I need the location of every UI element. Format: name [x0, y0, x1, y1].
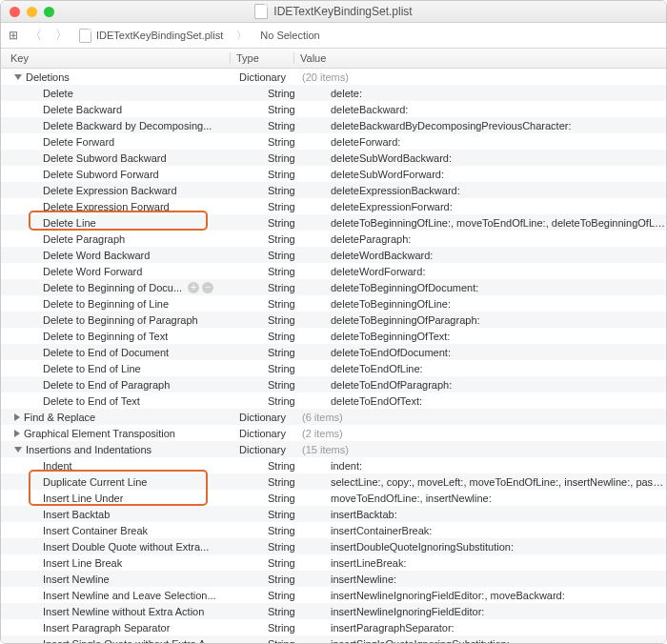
row-value: insertLineBreak: [325, 557, 666, 569]
item-row[interactable]: Delete ForwardStringdeleteForward: [1, 133, 666, 150]
item-row[interactable]: Duplicate Current LineStringselectLine:,… [1, 473, 666, 490]
item-row[interactable]: Insert Paragraph SeparatorStringinsertPa… [1, 619, 666, 635]
item-row[interactable]: Delete Expression ForwardStringdeleteExp… [1, 198, 666, 214]
item-row[interactable]: Insert Line BreakStringinsertLineBreak: [1, 554, 666, 571]
row-type: String [262, 120, 325, 131]
item-row[interactable]: Delete BackwardStringdeleteBackward: [1, 101, 666, 117]
item-row[interactable]: Insert Line UnderStringmoveToEndOfLine:,… [1, 490, 666, 506]
row-type: String [262, 185, 325, 196]
item-row[interactable]: Delete Backward by Decomposing...Stringd… [1, 117, 666, 133]
remove-icon[interactable]: − [202, 282, 213, 293]
row-value: deleteToEndOfDocument: [325, 347, 666, 358]
item-row[interactable]: Delete to Beginning of LineStringdeleteT… [1, 295, 666, 312]
file-icon [254, 4, 268, 19]
item-row[interactable]: Delete to Beginning of Docu...+−Stringde… [1, 279, 666, 295]
item-row[interactable]: Insert Newline without Extra ActionStrin… [1, 603, 666, 619]
item-row[interactable]: Delete to End of ParagraphStringdeleteTo… [1, 376, 666, 392]
nav-back[interactable]: 〈 [28, 27, 44, 44]
item-row[interactable]: Delete Subword ForwardStringdeleteSubWor… [1, 166, 666, 182]
breadcrumb-file[interactable]: IDETextKeyBindingSet.plist [79, 29, 223, 43]
row-key: Insert Line Under [43, 493, 123, 504]
row-key: Delete to Beginning of Docu... [43, 282, 182, 293]
row-value: insertNewline: [325, 574, 666, 585]
item-row[interactable]: Delete to Beginning of TextStringdeleteT… [1, 328, 666, 344]
row-key: Find & Replace [24, 412, 95, 423]
row-type: String [262, 152, 325, 164]
row-type: String [262, 557, 325, 569]
disclosure-open-icon[interactable] [14, 74, 22, 80]
row-type: String [262, 314, 325, 326]
window-title: IDETextKeyBindingSet.plist [1, 4, 666, 19]
item-row[interactable]: Delete Subword BackwardStringdeleteSubWo… [1, 150, 666, 166]
row-value: deleteToBeginningOfDocument: [325, 282, 666, 293]
chevron-right-icon: 〉 [236, 29, 247, 43]
row-type: Dictionary [233, 428, 296, 439]
item-row[interactable]: Insert BacktabStringinsertBacktab: [1, 506, 666, 522]
row-key: Delete Word Backward [43, 250, 150, 261]
item-row[interactable]: DeleteStringdelete: [1, 85, 666, 101]
item-row[interactable]: Delete to End of LineStringdeleteToEndOf… [1, 360, 666, 376]
item-row[interactable]: Insert Double Quote without Extra...Stri… [1, 538, 666, 554]
item-row[interactable]: Delete Word BackwardStringdeleteWordBack… [1, 247, 666, 263]
add-icon[interactable]: + [188, 282, 199, 293]
row-type: Dictionary [233, 71, 296, 83]
row-key: Delete Subword Forward [43, 169, 159, 180]
row-value: deleteExpressionForward: [325, 201, 666, 212]
row-value: (20 items) [296, 71, 666, 83]
row-type: String [262, 476, 325, 488]
row-value: deleteToBeginningOfText: [325, 331, 666, 342]
row-key: Delete Forward [43, 136, 114, 148]
row-value: deleteParagraph: [325, 233, 666, 245]
disclosure-closed-icon[interactable] [14, 413, 20, 421]
row-key: Delete Paragraph [43, 233, 125, 245]
header-value[interactable]: Value [294, 52, 666, 64]
row-type: Dictionary [233, 444, 296, 455]
row-key: Delete to Beginning of Paragraph [43, 314, 198, 326]
item-row[interactable]: Delete Expression BackwardStringdeleteEx… [1, 182, 666, 198]
item-row[interactable]: Delete to Beginning of ParagraphStringde… [1, 312, 666, 328]
group-row[interactable]: Insertions and IndentationsDictionary(15… [1, 441, 666, 457]
row-key: Delete to End of Line [43, 363, 141, 374]
group-row[interactable]: Graphical Element TranspositionDictionar… [1, 425, 666, 441]
outline-list[interactable]: DeletionsDictionary(20 items)DeleteStrin… [1, 69, 666, 643]
row-key: Insert Backtab [43, 509, 110, 520]
row-value: insertSingleQuoteIgnoringSubstitution: [325, 638, 666, 644]
disclosure-open-icon[interactable] [14, 447, 22, 453]
row-value: deleteToEndOfParagraph: [325, 379, 666, 391]
item-row[interactable]: Delete Word ForwardStringdeleteWordForwa… [1, 263, 666, 279]
group-row[interactable]: DeletionsDictionary(20 items) [1, 69, 666, 85]
nav-forward[interactable]: 〉 [53, 27, 70, 44]
row-value: deleteToBeginningOfLine: [325, 298, 666, 310]
item-row[interactable]: Delete LineStringdeleteToBeginningOfLine… [1, 214, 666, 231]
disclosure-closed-icon[interactable] [14, 430, 20, 437]
group-row[interactable]: Find & ReplaceDictionary(6 items) [1, 409, 666, 425]
row-key: Delete Subword Backward [43, 152, 167, 164]
breadcrumb-file-text: IDETextKeyBindingSet.plist [96, 30, 223, 41]
row-key: Delete [43, 88, 73, 99]
breadcrumb-selection[interactable]: No Selection [260, 30, 319, 41]
row-value: deleteToEndOfLine: [325, 363, 666, 374]
row-key: Delete to Beginning of Line [43, 298, 169, 310]
item-row[interactable]: Delete to End of DocumentStringdeleteToE… [1, 344, 666, 360]
item-row[interactable]: Insert Single Quote without Extra A...St… [1, 635, 666, 643]
row-key: Insert Single Quote without Extra A... [43, 638, 214, 644]
row-key: Insertions and Indentations [26, 444, 152, 455]
item-row[interactable]: IndentStringindent: [1, 457, 666, 473]
row-key: Insert Newline [43, 574, 110, 585]
row-key: Delete to End of Text [43, 395, 140, 407]
row-value: insertBacktab: [325, 509, 666, 520]
row-type: String [262, 460, 325, 472]
item-row[interactable]: Insert Newline and Leave Selection...Str… [1, 587, 666, 603]
item-row[interactable]: Delete ParagraphStringdeleteParagraph: [1, 231, 666, 247]
row-value: deleteSubWordBackward: [325, 152, 666, 164]
item-row[interactable]: Insert Container BreakStringinsertContai… [1, 522, 666, 538]
row-value: indent: [325, 460, 666, 472]
header-type[interactable]: Type [231, 52, 294, 64]
grid-icon[interactable]: ⊞ [9, 29, 18, 42]
row-value: deleteSubWordForward: [325, 169, 666, 180]
header-key[interactable]: Key [1, 52, 231, 64]
toolbar: ⊞ 〈 〉 IDETextKeyBindingSet.plist 〉 No Se… [1, 23, 666, 49]
item-row[interactable]: Insert NewlineStringinsertNewline: [1, 571, 666, 587]
item-row[interactable]: Delete to End of TextStringdeleteToEndOf… [1, 392, 666, 409]
row-type: String [262, 493, 325, 504]
